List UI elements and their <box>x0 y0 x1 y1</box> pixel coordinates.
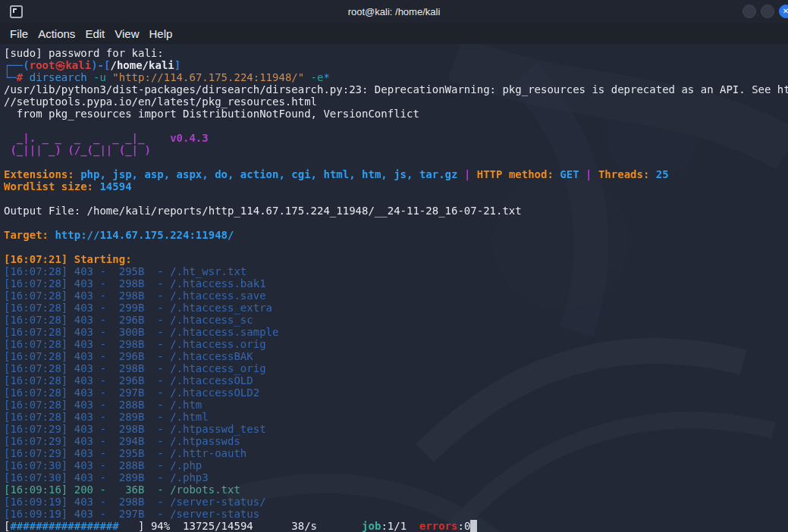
menu-item-view[interactable]: View <box>115 27 139 40</box>
progress-bar-fill: ################# <box>10 520 118 532</box>
wordlist-label: Wordlist size: <box>4 180 99 192</box>
separator-pipe: | <box>457 168 476 180</box>
result-line: [16:09:16] 200 - 36B - /robots.txt <box>4 483 788 496</box>
menu-item-edit[interactable]: Edit <box>85 27 105 40</box>
scan-config-line: Extensions: php, jsp, asp, aspx, do, act… <box>4 168 788 180</box>
command-option-e: -e <box>304 71 323 83</box>
warning-line: /usr/lib/python3/dist-packages/dirsearch… <box>4 83 788 95</box>
result-line: [16:07:28] 403 - 295B - /.ht_wsr.txt <box>4 265 788 277</box>
result-line: [16:09:19] 403 - 298B - /server-status/ <box>4 496 788 508</box>
shell-command-line: └─# dirsearch -u "http://114.67.175.224:… <box>4 71 788 83</box>
prompt-frame-open: ┌──( <box>4 59 30 71</box>
blank-line <box>4 120 788 132</box>
result-line: [16:07:28] 403 - 298B - /.htaccess.bak1 <box>4 277 788 289</box>
command-glob: * <box>323 71 329 83</box>
threads-label: Threads: <box>598 168 656 180</box>
banner-art1: _|. _ _ _ _ _ _|_ <box>4 132 144 144</box>
progress-rate: 38/s <box>253 520 317 532</box>
result-line: [16:07:29] 403 - 294B - /.htpasswds <box>4 435 788 447</box>
progress-percent: 94% <box>144 520 170 532</box>
window-controls: ✕ <box>742 5 788 18</box>
banner-art-line2: (_||| _) (/_(_|| (_| ) <box>4 144 788 156</box>
result-line: [16:07:28] 403 - 296B - /.htaccessBAK <box>4 350 788 362</box>
output-file-line: Output File: /home/kali/reports/http_114… <box>4 205 788 217</box>
wordlist-line: Wordlist size: 14594 <box>4 180 788 192</box>
blank-line <box>4 217 788 229</box>
separator-pipe: | <box>579 168 598 180</box>
job-label: job <box>362 520 381 532</box>
sudo-prompt-line: [sudo] password for kali: <box>4 47 788 59</box>
warning-line: from pkg_resources import DistributionNo… <box>4 108 788 120</box>
progress-bar-empty <box>119 520 138 532</box>
close-button[interactable]: ✕ <box>779 5 788 18</box>
starting-line: [16:07:21] Starting: <box>4 253 788 265</box>
progress-gap <box>317 520 362 532</box>
banner-gap <box>144 132 170 144</box>
menu-bar: FileActionsEditViewHelp <box>0 23 788 44</box>
result-line: [16:07:28] 403 - 300B - /.htaccess.sampl… <box>4 326 788 338</box>
errors-label: errors <box>419 520 458 532</box>
shell-prompt-line1: ┌──(root㉿kali)-[/home/kali] <box>4 59 788 71</box>
errors-value: :0 <box>458 520 471 532</box>
banner-art2: (_||| _) (/_(_|| (_| ) <box>4 144 151 156</box>
extensions-value: php, jsp, asp, aspx, do, action, cgi, ht… <box>80 168 457 180</box>
warning-line: //setuptools.pypa.io/en/latest/pkg_resou… <box>4 95 788 108</box>
prompt-user: root㉿kali <box>30 59 91 71</box>
result-line: [16:07:28] 403 - 298B - /.htaccess.save <box>4 289 788 302</box>
result-line: [16:07:28] 403 - 297B - /.htaccessOLD2 <box>4 386 788 399</box>
maximize-button[interactable] <box>761 5 774 18</box>
blank-line <box>4 156 788 168</box>
result-line: [16:07:28] 403 - 298B - /.htaccess.orig <box>4 338 788 350</box>
prompt-frame-line2: └─ <box>4 71 17 83</box>
result-line: [16:07:28] 403 - 299B - /.htaccess_extra <box>4 302 788 314</box>
extensions-label: Extensions: <box>4 168 80 180</box>
result-line: [16:07:29] 403 - 295B - /.httr-oauth <box>4 447 788 459</box>
terminal-window: root@kali: /home/kali ✕ FileActionsEditV… <box>0 0 788 532</box>
banner-art-line1: _|. _ _ _ _ _ _|_ v0.4.3 <box>4 132 788 144</box>
http-method-label: HTTP method: <box>477 168 560 180</box>
result-line: [16:07:28] 403 - 298B - /.htaccess_orig <box>4 362 788 374</box>
title-bar: root@kali: /home/kali ✕ <box>0 0 788 23</box>
result-line: [16:09:19] 403 - 297B - /server-status <box>4 508 788 520</box>
threads-value: 25 <box>656 168 669 180</box>
result-line: [16:07:28] 403 - 296B - /.htaccessOLD <box>4 374 788 386</box>
wordlist-value: 14594 <box>99 180 131 192</box>
window-title: root@kali: /home/kali <box>0 6 788 17</box>
http-method-value: GET <box>560 168 579 180</box>
target-url: http://114.67.175.224:11948/ <box>55 229 234 241</box>
blank-line <box>4 192 788 205</box>
terminal-content[interactable]: [sudo] password for kali: ┌──(root㉿kali)… <box>0 44 788 532</box>
prompt-frame-mid: )-[ <box>91 59 110 71</box>
result-line: [16:07:28] 403 - 296B - /.htaccess_sc <box>4 314 788 326</box>
progress-gap2 <box>407 520 419 532</box>
command-name: dirsearch <box>23 71 86 83</box>
command-url-arg: "http://114.67.175.224:11948/" <box>112 71 304 83</box>
result-line: [16:07:28] 403 - 289B - /.html <box>4 411 788 423</box>
menu-item-help[interactable]: Help <box>149 27 172 40</box>
blank-line <box>4 241 788 253</box>
deprecation-warning: /usr/lib/python3/dist-packages/dirsearch… <box>4 83 788 120</box>
progress-line: [################# ] 94% 13725/14594 38/… <box>4 520 788 532</box>
job-value: :1/1 <box>381 520 407 532</box>
menu-item-actions[interactable]: Actions <box>38 27 75 40</box>
command-option-u: -u <box>87 71 113 83</box>
minimize-button[interactable] <box>742 5 756 18</box>
prompt-frame-close: ] <box>174 59 181 71</box>
result-line: [16:07:28] 403 - 288B - /.htm <box>4 399 788 411</box>
menu-item-file[interactable]: File <box>10 27 28 40</box>
banner-version: v0.4.3 <box>170 132 209 144</box>
result-line: [16:07:30] 403 - 289B - /.php3 <box>4 471 788 483</box>
prompt-cwd: /home/kali <box>110 59 174 71</box>
target-label: Target: <box>4 229 55 241</box>
target-line: Target: http://114.67.175.224:11948/ <box>4 229 788 241</box>
result-line: [16:07:29] 403 - 298B - /.htpasswd_test <box>4 423 788 435</box>
terminal-cursor <box>470 520 476 532</box>
result-line: [16:07:30] 403 - 288B - /.php <box>4 459 788 471</box>
scan-results: [16:07:28] 403 - 295B - /.ht_wsr.txt[16:… <box>4 265 788 520</box>
progress-count: 13725/14594 <box>170 520 253 532</box>
